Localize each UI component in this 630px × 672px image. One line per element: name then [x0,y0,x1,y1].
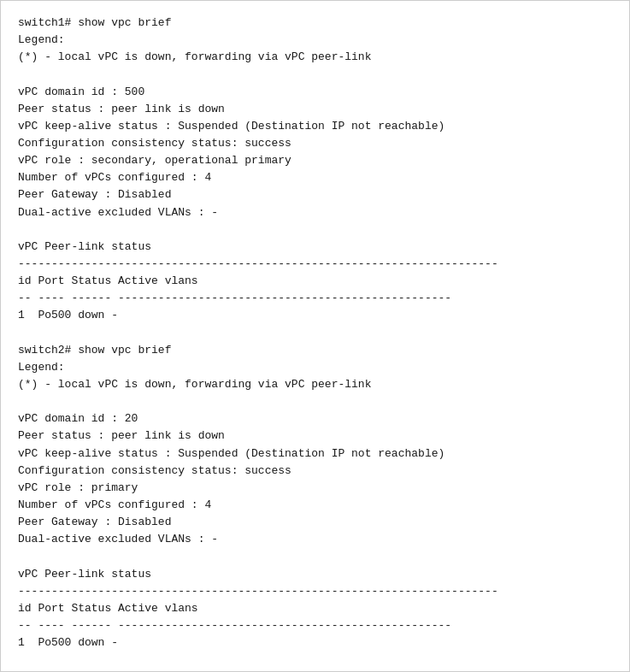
terminal-container: switch1# show vpc brief Legend: (*) - lo… [0,0,630,672]
terminal-output: switch1# show vpc brief Legend: (*) - lo… [18,15,612,651]
